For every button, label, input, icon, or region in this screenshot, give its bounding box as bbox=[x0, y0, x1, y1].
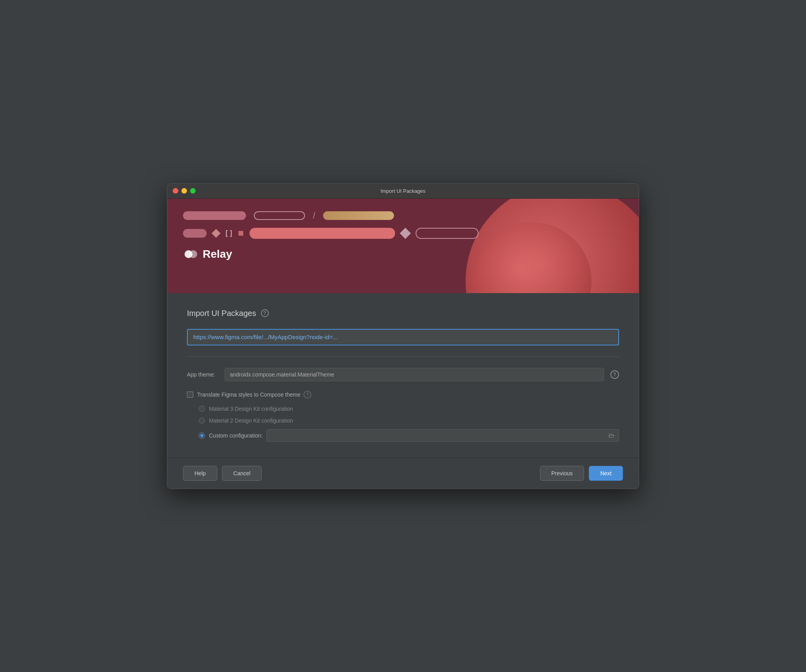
custom-config-input-wrap: 🗁 bbox=[266, 429, 619, 442]
minimize-button[interactable] bbox=[181, 188, 187, 194]
bottom-left-buttons: Help Cancel bbox=[183, 466, 262, 481]
section-header: Import UI Packages ? bbox=[187, 309, 619, 318]
deco-pill-1 bbox=[183, 211, 246, 220]
main-window: Import UI Packages / [ ] bbox=[167, 183, 639, 489]
deco-diamond-1 bbox=[212, 229, 221, 238]
url-input-container bbox=[187, 329, 619, 345]
translate-help-icon[interactable]: ? bbox=[303, 391, 311, 399]
app-theme-help-icon[interactable]: ? bbox=[610, 370, 619, 379]
radio-custom-label: Custom configuration: bbox=[209, 432, 263, 439]
radio-row-material2: Material 2 Design Kit configuration bbox=[199, 417, 619, 424]
figma-url-input[interactable] bbox=[193, 334, 613, 340]
deco-pill-3 bbox=[323, 211, 394, 220]
relay-logo-icon bbox=[183, 247, 198, 262]
svg-point-1 bbox=[189, 250, 197, 258]
title-bar: Import UI Packages bbox=[167, 184, 639, 199]
deco-bracket: [ ] bbox=[226, 229, 232, 237]
close-button[interactable] bbox=[173, 188, 178, 194]
radio-material3[interactable] bbox=[199, 406, 205, 412]
radio-material3-label: Material 3 Design Kit configuration bbox=[209, 406, 293, 412]
app-theme-row: App theme: ? bbox=[187, 368, 619, 381]
deco-square bbox=[238, 231, 243, 236]
radio-row-material3: Material 3 Design Kit configuration bbox=[199, 406, 619, 412]
radio-options-group: Material 3 Design Kit configuration Mate… bbox=[187, 406, 619, 442]
radio-material2[interactable] bbox=[199, 417, 205, 424]
translate-checkbox[interactable] bbox=[187, 391, 193, 398]
translate-label: Translate Figma styles to Compose theme … bbox=[197, 391, 311, 399]
previous-button[interactable]: Previous bbox=[540, 466, 584, 481]
custom-config-input[interactable] bbox=[271, 432, 608, 439]
deco-row-1: / bbox=[183, 210, 623, 221]
bottom-bar: Help Cancel Previous Next bbox=[167, 458, 639, 489]
deco-pill-outline-2 bbox=[416, 228, 479, 239]
relay-logo: Relay bbox=[183, 247, 623, 262]
content-divider bbox=[187, 356, 619, 357]
hero-banner: / [ ] Relay bbox=[167, 199, 639, 293]
cancel-button[interactable]: Cancel bbox=[222, 466, 262, 481]
app-theme-label: App theme: bbox=[187, 371, 218, 378]
radio-material2-label: Material 2 Design Kit configuration bbox=[209, 417, 293, 424]
app-theme-input[interactable] bbox=[225, 368, 604, 381]
main-content: Import UI Packages ? App theme: ? Transl… bbox=[167, 293, 639, 458]
deco-row-2: [ ] bbox=[183, 228, 623, 239]
deco-pill-sm bbox=[183, 229, 207, 238]
help-button[interactable]: Help bbox=[183, 466, 217, 481]
deco-pill-2 bbox=[254, 211, 305, 220]
section-title-text: Import UI Packages bbox=[187, 309, 256, 318]
next-button[interactable]: Next bbox=[589, 466, 623, 481]
window-title: Import UI Packages bbox=[381, 188, 425, 194]
window-controls bbox=[173, 188, 196, 194]
radio-row-custom: Custom configuration: 🗁 bbox=[199, 429, 619, 442]
relay-logo-text: Relay bbox=[203, 248, 232, 260]
translate-checkbox-row: Translate Figma styles to Compose theme … bbox=[187, 391, 619, 399]
bottom-right-buttons: Previous Next bbox=[540, 466, 623, 481]
radio-custom[interactable] bbox=[199, 432, 205, 439]
deco-slash: / bbox=[313, 210, 315, 221]
maximize-button[interactable] bbox=[190, 188, 196, 194]
title-help-icon[interactable]: ? bbox=[261, 309, 269, 317]
folder-icon[interactable]: 🗁 bbox=[608, 432, 615, 439]
deco-pill-salmon bbox=[250, 228, 395, 239]
deco-diamond-2 bbox=[400, 227, 411, 238]
